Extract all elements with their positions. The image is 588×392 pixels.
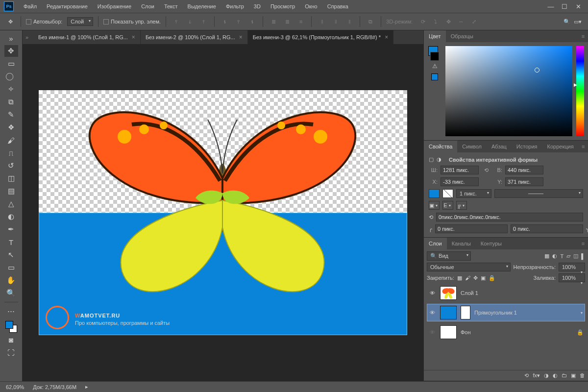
stamp-tool[interactable]: ⎍ [4, 147, 18, 159]
closest-web-color[interactable] [431, 74, 438, 80]
tab-paths[interactable]: Контуры [476, 238, 507, 249]
stroke-style-dropdown[interactable]: ──── [494, 189, 583, 198]
layer-filter-dropdown[interactable]: 🔍 Вид [427, 251, 471, 261]
window-minimize[interactable]: — [545, 2, 557, 11]
menu-layers[interactable]: Слои [137, 1, 158, 11]
3d-slide-icon[interactable]: ↔ [456, 16, 466, 27]
auto-select-checkbox[interactable]: Автовыбор: [26, 19, 62, 25]
doc-tab-2[interactable]: Без имени-2 @ 100% (Слой 1, RG...× [141, 30, 248, 44]
link-layers-icon[interactable]: ⟲ [524, 372, 529, 379]
history-brush-tool[interactable]: ↺ [4, 160, 18, 172]
align-bottom-icon[interactable]: ⫯ [198, 16, 209, 27]
3d-orbit-icon[interactable]: ⟳ [417, 16, 428, 27]
color-field[interactable] [445, 46, 572, 136]
stroke-align-dropdown[interactable]: ▣▾ [429, 201, 440, 210]
tab-adjustments[interactable]: Коррекция [542, 141, 579, 152]
delete-layer-icon[interactable]: 🗑 [580, 372, 585, 379]
tab-character[interactable]: Символ [457, 141, 487, 152]
distribute-h-icon-3[interactable]: ⫴ [344, 16, 355, 27]
eraser-tool[interactable]: ◫ [4, 172, 18, 184]
distribute-h-icon-2[interactable]: ⫴ [330, 16, 341, 27]
visibility-icon[interactable]: 👁 [428, 310, 436, 316]
layer-thumbnail[interactable] [440, 286, 457, 300]
visibility-icon[interactable]: 👁 [428, 290, 436, 296]
menu-3d[interactable]: 3D [250, 1, 265, 11]
hand-tool[interactable]: ✋ [4, 274, 18, 286]
menu-text[interactable]: Текст [160, 1, 182, 11]
layer-row[interactable]: 👁 Фон 🔒 [427, 323, 585, 341]
menu-select[interactable]: Выделение [184, 1, 220, 11]
filter-shape-icon[interactable]: ▱ [566, 253, 570, 259]
eyedropper-tool[interactable]: ✎ [4, 109, 18, 121]
doc-tab-3[interactable]: Без имени-3 @ 62,1% (Прямоугольник 1, RG… [248, 30, 393, 44]
auto-select-dropdown[interactable]: Слой [67, 17, 93, 26]
doc-size[interactable]: Док: 2,75M/3,66M [33, 384, 76, 390]
brush-tool[interactable]: 🖌 [4, 134, 18, 146]
layer-name[interactable]: Слой 1 [461, 290, 478, 296]
filter-toggle[interactable]: ▌ [581, 253, 585, 259]
stroke-width-input[interactable]: 1 пикс. [456, 189, 491, 198]
panel-menu-icon[interactable]: ≡ [578, 238, 588, 249]
hue-slider[interactable]: ▶ [576, 46, 584, 136]
zoom-level[interactable]: 62,09% [6, 384, 24, 390]
y-input[interactable] [505, 177, 543, 186]
wand-tool[interactable]: ✧ [4, 83, 18, 95]
align-top-icon[interactable]: ⫯ [171, 16, 182, 27]
move-tool[interactable]: ✥ [4, 45, 18, 57]
menu-view[interactable]: Просмотр [267, 1, 299, 11]
fill-input[interactable]: 100% [559, 273, 585, 282]
marquee-tool[interactable]: ▭ [4, 58, 18, 70]
zoom-tool[interactable]: 🔍 [4, 287, 18, 299]
tab-color[interactable]: Цвет [424, 30, 446, 42]
distribute-icon-3[interactable]: ≡ [295, 16, 306, 27]
fg-bg-colors[interactable] [5, 321, 17, 333]
tab-history[interactable]: История [512, 141, 542, 152]
window-close[interactable]: ✕ [572, 2, 584, 11]
distribute-icon-2[interactable]: ≣ [282, 16, 293, 27]
expand-toolbox-icon[interactable]: » [4, 32, 18, 44]
adjustment-layer-icon[interactable]: ◐ [553, 372, 558, 379]
distribute-h-icon[interactable]: ⫴ [317, 16, 327, 27]
tab-properties[interactable]: Свойства [424, 141, 457, 152]
panel-menu-icon[interactable]: ≡ [578, 30, 588, 42]
crop-tool[interactable]: ⧉ [4, 96, 18, 108]
dodge-tool[interactable]: ◐ [4, 211, 18, 222]
menu-file[interactable]: Файл [20, 1, 41, 11]
blend-mode-dropdown[interactable]: Обычные [427, 263, 511, 271]
group-icon[interactable]: 🗀 [562, 372, 567, 379]
filter-adjust-icon[interactable]: ◐ [552, 253, 557, 259]
vector-mask-thumbnail[interactable] [461, 306, 470, 319]
show-transform-checkbox[interactable]: Показать упр. элем. [103, 19, 161, 25]
3d-zoom-icon[interactable]: ⤢ [468, 16, 479, 27]
layer-thumbnail[interactable] [440, 306, 457, 319]
corner-tl-input[interactable] [435, 224, 508, 233]
link-corners-icon[interactable]: ⟲ [429, 214, 433, 220]
menu-filter[interactable]: Фильтр [222, 1, 248, 11]
align-left-icon[interactable]: ⫮ [220, 16, 230, 27]
text-tool[interactable]: T [4, 236, 18, 248]
layer-thumbnail[interactable] [440, 325, 457, 339]
screen-mode-tool[interactable]: ⛶ [4, 346, 18, 358]
visibility-icon[interactable]: 👁 [428, 329, 436, 335]
distribute-icon[interactable]: ≣ [268, 16, 279, 27]
gradient-tool[interactable]: ▤ [4, 185, 18, 197]
width-input[interactable] [441, 166, 479, 174]
lock-all-icon[interactable]: 🔒 [489, 275, 495, 281]
menu-window[interactable]: Окно [301, 1, 321, 11]
healing-tool[interactable]: ❖ [4, 122, 18, 133]
tab-channels[interactable]: Каналы [447, 238, 476, 249]
lock-artboard-icon[interactable]: ▣ [481, 275, 486, 281]
align-hcenter-icon[interactable]: ⫯ [233, 16, 244, 27]
height-input[interactable] [505, 166, 543, 174]
3d-roll-icon[interactable]: ⤵ [430, 16, 441, 27]
menu-image[interactable]: Изображение [94, 1, 135, 11]
search-icon[interactable]: 🔍 [562, 16, 572, 27]
workspace-icon[interactable]: ▭▾ [572, 16, 583, 27]
layer-row[interactable]: 👁 Прямоугольник 1 [427, 304, 585, 321]
close-tab-icon[interactable]: × [132, 34, 135, 41]
layer-row[interactable]: 👁 Слой 1 [427, 284, 585, 302]
layer-name[interactable]: Прямоугольник 1 [474, 310, 517, 316]
filter-smart-icon[interactable]: ◫ [573, 253, 578, 259]
link-wh-icon[interactable]: ⟲ [482, 167, 490, 173]
layer-name[interactable]: Фон [461, 329, 471, 335]
